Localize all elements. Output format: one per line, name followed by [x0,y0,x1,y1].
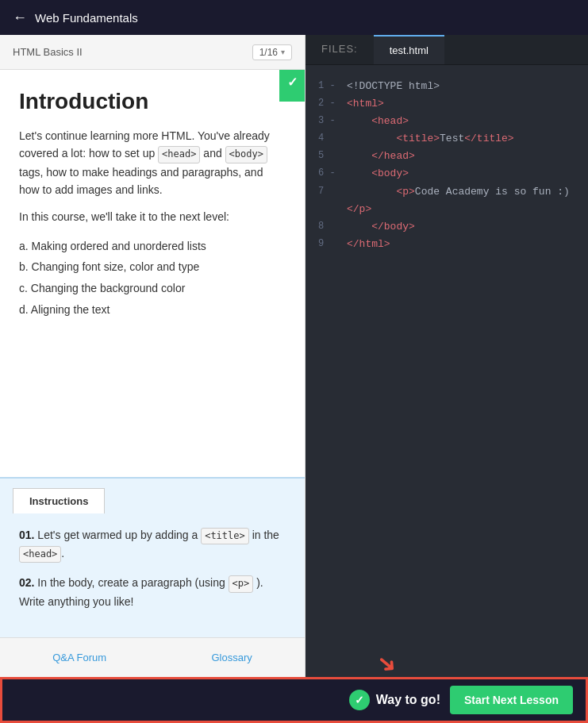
intro-text-after: tags, how to make headings and paragraph… [19,166,263,196]
code-line-5: 5 </head> [306,148,588,165]
code-editor[interactable]: 1 - <!DOCTYPE html> 2 - <html> 3 - <head… [306,65,588,677]
bookmark-icon [279,70,305,102]
instruction-num-1: 01. [19,529,34,541]
top-nav: ← Web Fundamentals [0,0,588,35]
instruction-text-2-before: In the body, create a paragraph (using [37,576,228,589]
back-arrow-icon[interactable]: ← [13,10,27,26]
intro-title: Introduction [19,89,286,114]
line-content-6: <body> [347,165,409,183]
editor-tabs: FILES: test.html [306,35,588,65]
action-bar-wrapper: ➜ ✓ Way to go! Start Next Lesson [0,677,588,723]
main-layout: HTML Basics II 1/16 ▾ Introduction Let's… [0,35,588,677]
list-item: c. Changing the background color [19,278,286,299]
way-to-go-message: ✓ Way to go! [349,690,440,710]
lesson-progress[interactable]: 1/16 ▾ [252,44,292,60]
code-line-2: 2 - <html> [306,95,588,113]
lesson-title: HTML Basics II [13,46,83,58]
instruction-text-1-after: in the [249,529,279,541]
instructions-tab[interactable]: Instructions [13,488,105,513]
content-area: Introduction Let's continue learning mor… [0,70,305,477]
p-tag: <p> [229,575,254,592]
head-tag-1: <head> [158,146,200,163]
list-item: b. Changing font size, color and type [19,256,286,278]
code-line-6: 6 - <body> [306,165,588,183]
line-content-8: </body> [347,218,415,236]
course-title: Web Fundamentals [35,11,138,25]
line-content-5: </head> [347,148,415,165]
line-num-3: 3 - [318,113,337,130]
instruction-item-2: 02. In the body, create a paragraph (usi… [19,574,286,610]
active-file-tab[interactable]: test.html [374,35,444,64]
line-num-9: 9 [318,236,337,253]
start-next-button[interactable]: Start Next Lesson [450,686,573,714]
course-list: a. Making ordered and unordered lists b.… [19,236,286,320]
qa-forum-link[interactable]: Q&A Forum [52,652,106,663]
instruction-item-1: 01. Let's get warmed up by adding a <tit… [19,526,286,563]
code-line-8: 8 </body> [306,218,588,236]
line-num-4: 4 [318,130,337,148]
line-content-9: </html> [347,236,390,253]
code-line-4: 4 <title>Test</title> [306,130,588,148]
body-tag-1: <body> [225,146,267,163]
intro-paragraph-1: Let's continue learning more HTML. You'v… [19,127,286,198]
code-line-1: 1 - <!DOCTYPE html> [306,78,588,95]
check-circle-icon: ✓ [349,690,370,710]
left-panel: HTML Basics II 1/16 ▾ Introduction Let's… [0,35,306,677]
instruction-text-1-end: . [61,547,64,560]
intro-text-mid: and [200,147,225,160]
right-panel: FILES: test.html 1 - <!DOCTYPE html> 2 -… [306,35,588,677]
head-tag-2: <head> [19,546,61,563]
line-content-7: <p>Code Academy is so fun :)</p> [347,183,575,218]
line-content-4: <title>Test</title> [347,130,514,148]
line-num-8: 8 [318,218,337,236]
line-content-2: <html> [347,95,384,113]
list-item: d. Aligning the text [19,299,286,321]
line-content-3: <head> [347,113,409,130]
code-line-7: 7 <p>Code Academy is so fun :)</p> [306,183,588,218]
action-bar: ✓ Way to go! Start Next Lesson [0,677,588,723]
list-item: a. Making ordered and unordered lists [19,236,286,257]
instructions-content: 01. Let's get warmed up by adding a <tit… [0,513,305,637]
instruction-text-1-before: Let's get warmed up by adding a [37,529,201,541]
line-num-1: 1 - [318,78,337,95]
instruction-num-2: 02. [19,576,34,589]
way-to-go-text: Way to go! [376,693,440,707]
line-num-7: 7 [318,183,337,218]
files-tab[interactable]: FILES: [306,35,374,64]
glossary-link[interactable]: Glossary [212,652,252,663]
line-num-2: 2 - [318,95,337,113]
title-tag: <title> [201,528,249,544]
lesson-header: HTML Basics II 1/16 ▾ [0,35,305,70]
line-num-5: 5 [318,148,337,165]
bottom-footer: Q&A Forum Glossary [0,637,305,677]
line-num-6: 6 - [318,165,337,183]
progress-text: 1/16 [259,47,278,58]
instructions-area: Instructions 01. Let's get warmed up by … [0,477,305,637]
intro-paragraph-2: In this course, we'll take it to the nex… [19,208,286,225]
line-content-1: <!DOCTYPE html> [347,78,440,95]
progress-arrow-icon: ▾ [281,48,285,56]
code-line-3: 3 - <head> [306,113,588,130]
code-line-9: 9 </html> [306,236,588,253]
